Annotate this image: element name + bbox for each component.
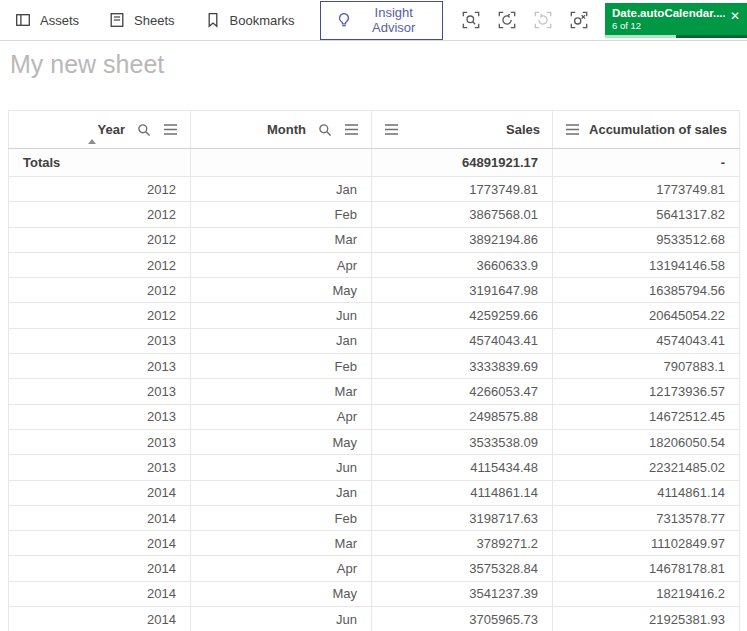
cell-sales: 1773749.81 — [372, 177, 553, 202]
cell-month[interactable]: Jun — [191, 607, 372, 631]
sheets-label: Sheets — [134, 13, 174, 28]
cell-year[interactable]: 2012 — [9, 303, 191, 328]
cell-month[interactable]: Apr — [191, 252, 372, 277]
cell-sales: 4266053.47 — [372, 379, 553, 404]
cell-month[interactable]: May — [191, 278, 372, 303]
cell-sales: 3867568.01 — [372, 202, 553, 227]
cell-accumulation-of-sales: 13194146.58 — [553, 252, 740, 277]
column-menu-icon[interactable] — [384, 123, 399, 136]
totals-sales: 64891921.17 — [372, 149, 553, 177]
cell-month[interactable]: Jun — [191, 303, 372, 328]
column-menu-icon[interactable] — [344, 123, 359, 136]
column-menu-icon[interactable] — [163, 123, 178, 136]
cell-year[interactable]: 2012 — [9, 278, 191, 303]
cell-accumulation-of-sales: 5641317.82 — [553, 202, 740, 227]
table-row: 2012Mar3892194.869533512.68 — [9, 227, 740, 252]
totals-month — [191, 149, 372, 177]
clear-selections-button[interactable] — [565, 6, 593, 34]
table-container: Year Month — [8, 110, 739, 631]
cell-month[interactable]: May — [191, 581, 372, 606]
cell-month[interactable]: May — [191, 429, 372, 454]
column-label-accumulation[interactable]: Accumulation of sales — [589, 122, 727, 137]
column-label-month[interactable]: Month — [267, 122, 306, 137]
search-icon[interactable] — [318, 123, 332, 137]
column-header-accumulation[interactable]: Accumulation of sales — [553, 111, 740, 149]
cell-month[interactable]: Feb — [191, 202, 372, 227]
cell-year[interactable]: 2014 — [9, 505, 191, 530]
column-label-year[interactable]: Year — [98, 122, 125, 137]
cell-sales: 3541237.39 — [372, 581, 553, 606]
cell-year[interactable]: 2014 — [9, 581, 191, 606]
cell-accumulation-of-sales: 18206050.54 — [553, 429, 740, 454]
table-row: 2012Feb3867568.015641317.82 — [9, 202, 740, 227]
cell-month[interactable]: Apr — [191, 404, 372, 429]
cell-year[interactable]: 2012 — [9, 227, 191, 252]
cell-month[interactable]: Jun — [191, 455, 372, 480]
cell-month[interactable]: Mar — [191, 227, 372, 252]
cell-year[interactable]: 2013 — [9, 404, 191, 429]
selection-chip-count: 6 of 12 — [612, 20, 725, 32]
lightbulb-icon — [336, 12, 352, 28]
cell-year[interactable]: 2012 — [9, 252, 191, 277]
cell-month[interactable]: Feb — [191, 354, 372, 379]
cell-sales: 4574043.41 — [372, 328, 553, 353]
toolbar: Assets Sheets Bookmarks Insight Advisor — [0, 0, 747, 41]
cell-year[interactable]: 2012 — [9, 202, 191, 227]
column-header-sales[interactable]: Sales — [372, 111, 553, 149]
table-row: 2014Mar3789271.211102849.97 — [9, 531, 740, 556]
column-header-month[interactable]: Month — [191, 111, 372, 149]
cell-month[interactable]: Feb — [191, 505, 372, 530]
selection-chip-progress — [605, 35, 747, 38]
cell-sales: 3892194.86 — [372, 227, 553, 252]
cell-year[interactable]: 2013 — [9, 455, 191, 480]
selections-tool-button[interactable] — [457, 6, 485, 34]
table-row: 2013May3533538.0918206050.54 — [9, 429, 740, 454]
cell-year[interactable]: 2012 — [9, 177, 191, 202]
column-header-year[interactable]: Year — [9, 111, 191, 149]
cell-year[interactable]: 2014 — [9, 531, 191, 556]
cell-year[interactable]: 2013 — [9, 379, 191, 404]
selection-chip-main: Date.autoCalendar.... 6 of 12 — [612, 6, 725, 32]
step-back-button[interactable] — [493, 6, 521, 34]
table-row: 2014Feb3198717.637313578.77 — [9, 505, 740, 530]
cell-month[interactable]: Jan — [191, 328, 372, 353]
cell-accumulation-of-sales: 18219416.2 — [553, 581, 740, 606]
cell-year[interactable]: 2014 — [9, 556, 191, 581]
cell-sales: 4115434.48 — [372, 455, 553, 480]
cell-month[interactable]: Jan — [191, 480, 372, 505]
cell-year[interactable]: 2014 — [9, 607, 191, 631]
close-icon[interactable]: ✕ — [730, 9, 740, 23]
assets-button[interactable]: Assets — [0, 0, 94, 40]
cell-sales: 3705965.73 — [372, 607, 553, 631]
selection-progress-fill — [605, 35, 676, 38]
totals-row: Totals 64891921.17 - — [9, 149, 740, 177]
column-menu-icon[interactable] — [565, 123, 580, 136]
selection-chip[interactable]: Date.autoCalendar.... 6 of 12 ✕ — [605, 3, 747, 38]
table-row: 2012Jan1773749.811773749.81 — [9, 177, 740, 202]
cell-month[interactable]: Mar — [191, 531, 372, 556]
sheets-button[interactable]: Sheets — [94, 0, 189, 40]
cell-sales: 3198717.63 — [372, 505, 553, 530]
search-icon[interactable] — [137, 123, 151, 137]
table-row: 2014Apr3575328.8414678178.81 — [9, 556, 740, 581]
table-row: 2013Jun4115434.4822321485.02 — [9, 455, 740, 480]
cell-year[interactable]: 2013 — [9, 328, 191, 353]
assets-label: Assets — [40, 13, 79, 28]
table-row: 2012Apr3660633.913194146.58 — [9, 252, 740, 277]
step-forward-button[interactable] — [529, 6, 557, 34]
cell-accumulation-of-sales: 14678178.81 — [553, 556, 740, 581]
cell-accumulation-of-sales: 11102849.97 — [553, 531, 740, 556]
table-row: 2014Jun3705965.7321925381.93 — [9, 607, 740, 631]
cell-month[interactable]: Jan — [191, 177, 372, 202]
insight-advisor-button[interactable]: Insight Advisor — [320, 1, 443, 40]
cell-year[interactable]: 2013 — [9, 429, 191, 454]
table-row: 2014Jan4114861.144114861.14 — [9, 480, 740, 505]
cell-accumulation-of-sales: 4574043.41 — [553, 328, 740, 353]
bookmarks-button[interactable]: Bookmarks — [190, 0, 310, 40]
table-row: 2013Jan4574043.414574043.41 — [9, 328, 740, 353]
cell-year[interactable]: 2014 — [9, 480, 191, 505]
column-label-sales[interactable]: Sales — [506, 122, 540, 137]
cell-month[interactable]: Mar — [191, 379, 372, 404]
cell-month[interactable]: Apr — [191, 556, 372, 581]
cell-year[interactable]: 2013 — [9, 354, 191, 379]
